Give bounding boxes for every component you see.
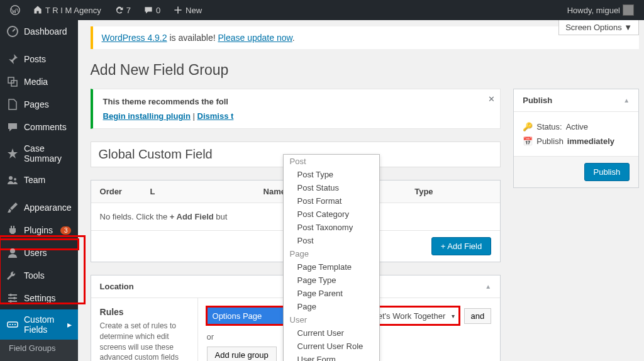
rule-param-dropdown: Post Post Type Post Status Post Format P…: [283, 154, 380, 361]
calendar-icon: 📅: [523, 136, 533, 146]
sliders-icon: [6, 292, 19, 304]
sidebar-item-comments[interactable]: Comments: [0, 116, 78, 138]
dd-opt[interactable]: Page Parent: [284, 287, 379, 300]
user-icon: [6, 247, 19, 259]
team-icon: [6, 174, 19, 186]
updates-icon[interactable]: 7: [109, 0, 136, 20]
dd-opt[interactable]: Post Format: [284, 194, 379, 208]
dd-opt[interactable]: Post: [284, 234, 379, 247]
sidebar-item-custom-fields[interactable]: Custom Fields▸: [0, 309, 78, 340]
dashboard-icon: [6, 25, 19, 38]
col-type: Type: [406, 181, 500, 203]
wp-logo[interactable]: [5, 0, 25, 20]
dd-opt[interactable]: User Form: [284, 353, 379, 361]
sidebar-item-appearance[interactable]: Appearance: [0, 196, 78, 219]
svg-point-4: [10, 248, 15, 253]
svg-point-3: [14, 178, 16, 181]
close-icon[interactable]: ✕: [488, 94, 495, 104]
and-button[interactable]: and: [464, 308, 492, 324]
media-icon: [6, 75, 19, 88]
dd-opt[interactable]: Post Type: [284, 168, 379, 181]
svg-point-5: [9, 294, 12, 296]
page-icon: [6, 98, 19, 111]
location-heading: Location: [100, 282, 134, 291]
dd-opt[interactable]: Page Type: [284, 274, 379, 287]
publish-button[interactable]: Publish: [584, 163, 630, 181]
sidebar-item-users[interactable]: Users: [0, 242, 78, 264]
dd-opt[interactable]: Post Status: [284, 181, 379, 194]
rule-value-select[interactable]: Let's Work Together: [368, 307, 459, 325]
wp-version-link[interactable]: WordPress 4.9.2: [102, 33, 167, 43]
chevron-right-icon: ▸: [67, 319, 72, 330]
install-plugin-link[interactable]: Begin installing plugin: [103, 111, 191, 121]
publish-heading: Publish: [523, 96, 552, 105]
dd-opt[interactable]: Current User: [284, 326, 379, 340]
pin-icon: [6, 53, 19, 65]
dd-group-post: Post: [284, 155, 379, 168]
sidebar-item-media[interactable]: Media: [0, 70, 78, 93]
wrench-icon: [6, 269, 19, 282]
theme-notice: This theme recommends the foll Begin ins…: [91, 89, 501, 129]
plugin-icon: [6, 224, 19, 236]
col-order: Order: [91, 181, 142, 203]
toggle-icon[interactable]: ▲: [485, 283, 491, 290]
plugin-badge: 3: [60, 226, 72, 235]
sidebar-item-plugins[interactable]: Plugins3: [0, 219, 78, 242]
submenu-field-groups[interactable]: Field Groups: [0, 340, 78, 357]
rules-heading: Rules: [100, 307, 189, 317]
col-label: L: [142, 181, 255, 203]
howdy[interactable]: Howdy, miguel: [562, 0, 639, 20]
add-field-button[interactable]: + Add Field: [431, 237, 491, 255]
acf-icon: [6, 318, 19, 331]
dd-group-user: User: [284, 313, 379, 326]
svg-point-9: [9, 324, 11, 325]
star-icon: [6, 147, 19, 160]
dd-opt[interactable]: Post Category: [284, 208, 379, 221]
screen-options-toggle[interactable]: Screen Options ▼: [558, 20, 639, 35]
custom-fields-submenu: Field Groups Add New Tools Updates: [0, 340, 78, 361]
sidebar-item-posts[interactable]: Posts: [0, 48, 78, 70]
toggle-icon[interactable]: ▲: [623, 97, 630, 104]
avatar: [623, 4, 634, 16]
add-rule-group-button[interactable]: Add rule group: [207, 347, 277, 361]
dd-opt[interactable]: Page Template: [284, 260, 379, 274]
sidebar-item-pages[interactable]: Pages: [0, 93, 78, 116]
update-now-link[interactable]: Please update now: [218, 33, 292, 43]
comments-icon[interactable]: 0: [138, 0, 165, 20]
comment-icon: [6, 121, 19, 133]
brush-icon: [6, 201, 19, 214]
sidebar-item-settings[interactable]: Settings: [0, 287, 78, 309]
svg-point-11: [14, 324, 16, 325]
wp-update-notice: WordPress 4.9.2 is available! Please upd…: [91, 26, 640, 49]
key-icon: 🔑: [523, 122, 533, 131]
sidebar-item-team[interactable]: Team: [0, 169, 78, 191]
submenu-add-new[interactable]: Add New: [0, 357, 78, 361]
sidebar-item-case-summary[interactable]: Case Summary: [0, 138, 78, 169]
dd-opt[interactable]: Post Taxonomy: [284, 221, 379, 234]
svg-point-7: [9, 300, 12, 303]
dd-group-page: Page: [284, 247, 379, 260]
new-content[interactable]: New: [168, 0, 207, 20]
svg-point-10: [12, 324, 13, 325]
sidebar-item-tools[interactable]: Tools: [0, 264, 78, 287]
site-name[interactable]: T R I M Agency: [28, 0, 106, 20]
svg-point-6: [13, 297, 16, 299]
admin-sidebar: Dashboard Posts Media Pages Comments Cas…: [0, 20, 78, 361]
dismiss-notice-link[interactable]: Dismiss t: [197, 111, 234, 121]
page-title: Add New Field Group: [91, 62, 640, 79]
publish-metabox: Publish▲ 🔑Status: Active 📅Publish immedi…: [513, 89, 639, 188]
dd-opt[interactable]: Current User Role: [284, 340, 379, 353]
rules-desc: Create a set of rules to determine which…: [100, 321, 189, 361]
dd-opt[interactable]: Page: [284, 300, 379, 313]
sidebar-item-dashboard[interactable]: Dashboard: [0, 20, 78, 43]
svg-point-2: [9, 176, 13, 180]
